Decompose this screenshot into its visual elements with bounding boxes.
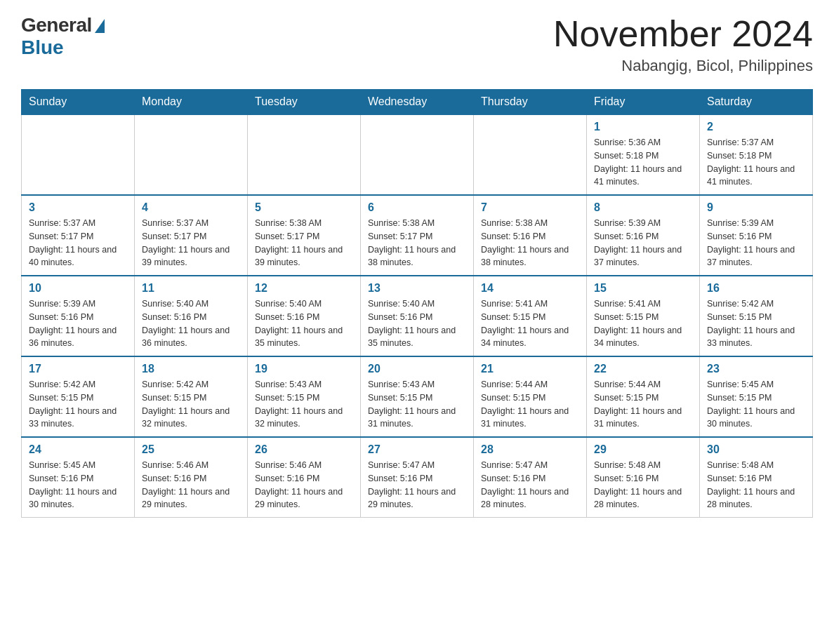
week-row: 10Sunrise: 5:39 AM Sunset: 5:16 PM Dayli… — [22, 276, 813, 356]
calendar-cell: 25Sunrise: 5:46 AM Sunset: 5:16 PM Dayli… — [135, 437, 248, 518]
day-number: 18 — [142, 363, 240, 375]
calendar-cell: 8Sunrise: 5:39 AM Sunset: 5:16 PM Daylig… — [587, 195, 700, 276]
day-number: 16 — [707, 282, 805, 295]
calendar-cell: 24Sunrise: 5:45 AM Sunset: 5:16 PM Dayli… — [22, 437, 135, 518]
calendar-cell: 15Sunrise: 5:41 AM Sunset: 5:15 PM Dayli… — [587, 276, 700, 356]
day-number: 17 — [29, 363, 127, 375]
day-info: Sunrise: 5:38 AM Sunset: 5:17 PM Dayligh… — [255, 217, 353, 269]
calendar-cell: 7Sunrise: 5:38 AM Sunset: 5:16 PM Daylig… — [474, 195, 587, 276]
day-info: Sunrise: 5:45 AM Sunset: 5:15 PM Dayligh… — [707, 378, 805, 431]
day-info: Sunrise: 5:44 AM Sunset: 5:15 PM Dayligh… — [594, 378, 692, 431]
page-header: General Blue November 2024 Nabangig, Bic… — [21, 14, 813, 75]
day-info: Sunrise: 5:44 AM Sunset: 5:15 PM Dayligh… — [481, 378, 579, 431]
day-number: 30 — [707, 443, 805, 456]
day-info: Sunrise: 5:46 AM Sunset: 5:16 PM Dayligh… — [142, 459, 240, 511]
logo-triangle-icon — [95, 19, 105, 33]
day-info: Sunrise: 5:38 AM Sunset: 5:17 PM Dayligh… — [368, 217, 466, 269]
day-of-week-header: Monday — [135, 90, 248, 115]
day-number: 8 — [594, 201, 692, 214]
calendar-cell: 11Sunrise: 5:40 AM Sunset: 5:16 PM Dayli… — [135, 276, 248, 356]
day-number: 22 — [594, 363, 692, 375]
calendar-cell: 5Sunrise: 5:38 AM Sunset: 5:17 PM Daylig… — [248, 195, 361, 276]
calendar-cell: 23Sunrise: 5:45 AM Sunset: 5:15 PM Dayli… — [700, 356, 813, 437]
day-number: 24 — [29, 443, 127, 456]
day-number: 12 — [255, 282, 353, 295]
week-row: 3Sunrise: 5:37 AM Sunset: 5:17 PM Daylig… — [22, 195, 813, 276]
calendar-cell: 1Sunrise: 5:36 AM Sunset: 5:18 PM Daylig… — [587, 114, 700, 195]
day-number: 19 — [255, 363, 353, 375]
calendar-cell: 9Sunrise: 5:39 AM Sunset: 5:16 PM Daylig… — [700, 195, 813, 276]
day-info: Sunrise: 5:47 AM Sunset: 5:16 PM Dayligh… — [481, 459, 579, 511]
day-info: Sunrise: 5:39 AM Sunset: 5:16 PM Dayligh… — [29, 297, 127, 350]
logo-blue-text: Blue — [21, 36, 64, 59]
day-number: 28 — [481, 443, 579, 456]
calendar-cell — [22, 114, 135, 195]
day-info: Sunrise: 5:39 AM Sunset: 5:16 PM Dayligh… — [594, 217, 692, 269]
calendar-cell: 26Sunrise: 5:46 AM Sunset: 5:16 PM Dayli… — [248, 437, 361, 518]
day-number: 1 — [594, 121, 692, 133]
calendar-header-row: SundayMondayTuesdayWednesdayThursdayFrid… — [22, 90, 813, 115]
day-of-week-header: Friday — [587, 90, 700, 115]
calendar-cell: 13Sunrise: 5:40 AM Sunset: 5:16 PM Dayli… — [361, 276, 474, 356]
day-number: 3 — [29, 201, 127, 214]
week-row: 24Sunrise: 5:45 AM Sunset: 5:16 PM Dayli… — [22, 437, 813, 518]
day-info: Sunrise: 5:37 AM Sunset: 5:18 PM Dayligh… — [707, 136, 805, 189]
day-number: 20 — [368, 363, 466, 375]
day-of-week-header: Sunday — [22, 90, 135, 115]
calendar-cell: 12Sunrise: 5:40 AM Sunset: 5:16 PM Dayli… — [248, 276, 361, 356]
calendar-cell — [474, 114, 587, 195]
day-number: 21 — [481, 363, 579, 375]
calendar-cell — [248, 114, 361, 195]
day-of-week-header: Thursday — [474, 90, 587, 115]
day-of-week-header: Saturday — [700, 90, 813, 115]
week-row: 17Sunrise: 5:42 AM Sunset: 5:15 PM Dayli… — [22, 356, 813, 437]
calendar-cell: 4Sunrise: 5:37 AM Sunset: 5:17 PM Daylig… — [135, 195, 248, 276]
day-number: 2 — [707, 121, 805, 133]
calendar-title: November 2024 — [553, 14, 813, 54]
calendar-cell: 30Sunrise: 5:48 AM Sunset: 5:16 PM Dayli… — [700, 437, 813, 518]
week-row: 1Sunrise: 5:36 AM Sunset: 5:18 PM Daylig… — [22, 114, 813, 195]
day-info: Sunrise: 5:42 AM Sunset: 5:15 PM Dayligh… — [707, 297, 805, 350]
day-number: 13 — [368, 282, 466, 295]
day-info: Sunrise: 5:45 AM Sunset: 5:16 PM Dayligh… — [29, 459, 127, 511]
day-number: 23 — [707, 363, 805, 375]
day-number: 5 — [255, 201, 353, 214]
day-number: 10 — [29, 282, 127, 295]
calendar-cell: 19Sunrise: 5:43 AM Sunset: 5:15 PM Dayli… — [248, 356, 361, 437]
calendar-cell: 17Sunrise: 5:42 AM Sunset: 5:15 PM Dayli… — [22, 356, 135, 437]
day-info: Sunrise: 5:37 AM Sunset: 5:17 PM Dayligh… — [29, 217, 127, 269]
day-info: Sunrise: 5:43 AM Sunset: 5:15 PM Dayligh… — [255, 378, 353, 431]
calendar-cell: 2Sunrise: 5:37 AM Sunset: 5:18 PM Daylig… — [700, 114, 813, 195]
calendar-subtitle: Nabangig, Bicol, Philippines — [553, 57, 813, 75]
day-info: Sunrise: 5:42 AM Sunset: 5:15 PM Dayligh… — [29, 378, 127, 431]
calendar-cell: 16Sunrise: 5:42 AM Sunset: 5:15 PM Dayli… — [700, 276, 813, 356]
day-info: Sunrise: 5:40 AM Sunset: 5:16 PM Dayligh… — [368, 297, 466, 350]
day-info: Sunrise: 5:37 AM Sunset: 5:17 PM Dayligh… — [142, 217, 240, 269]
calendar-cell — [135, 114, 248, 195]
logo-general-text: General — [21, 14, 92, 36]
day-number: 25 — [142, 443, 240, 456]
day-info: Sunrise: 5:42 AM Sunset: 5:15 PM Dayligh… — [142, 378, 240, 431]
day-of-week-header: Tuesday — [248, 90, 361, 115]
day-of-week-header: Wednesday — [361, 90, 474, 115]
calendar-cell: 22Sunrise: 5:44 AM Sunset: 5:15 PM Dayli… — [587, 356, 700, 437]
calendar-table: SundayMondayTuesdayWednesdayThursdayFrid… — [21, 89, 813, 518]
calendar-cell: 14Sunrise: 5:41 AM Sunset: 5:15 PM Dayli… — [474, 276, 587, 356]
title-area: November 2024 Nabangig, Bicol, Philippin… — [553, 14, 813, 75]
day-number: 27 — [368, 443, 466, 456]
calendar-cell — [361, 114, 474, 195]
day-info: Sunrise: 5:40 AM Sunset: 5:16 PM Dayligh… — [142, 297, 240, 350]
day-info: Sunrise: 5:36 AM Sunset: 5:18 PM Dayligh… — [594, 136, 692, 189]
day-number: 7 — [481, 201, 579, 214]
logo: General Blue — [21, 14, 105, 59]
calendar-cell: 10Sunrise: 5:39 AM Sunset: 5:16 PM Dayli… — [22, 276, 135, 356]
calendar-cell: 27Sunrise: 5:47 AM Sunset: 5:16 PM Dayli… — [361, 437, 474, 518]
day-info: Sunrise: 5:46 AM Sunset: 5:16 PM Dayligh… — [255, 459, 353, 511]
day-number: 4 — [142, 201, 240, 214]
day-number: 9 — [707, 201, 805, 214]
day-info: Sunrise: 5:48 AM Sunset: 5:16 PM Dayligh… — [594, 459, 692, 511]
day-number: 15 — [594, 282, 692, 295]
day-info: Sunrise: 5:39 AM Sunset: 5:16 PM Dayligh… — [707, 217, 805, 269]
calendar-cell: 6Sunrise: 5:38 AM Sunset: 5:17 PM Daylig… — [361, 195, 474, 276]
calendar-cell: 21Sunrise: 5:44 AM Sunset: 5:15 PM Dayli… — [474, 356, 587, 437]
